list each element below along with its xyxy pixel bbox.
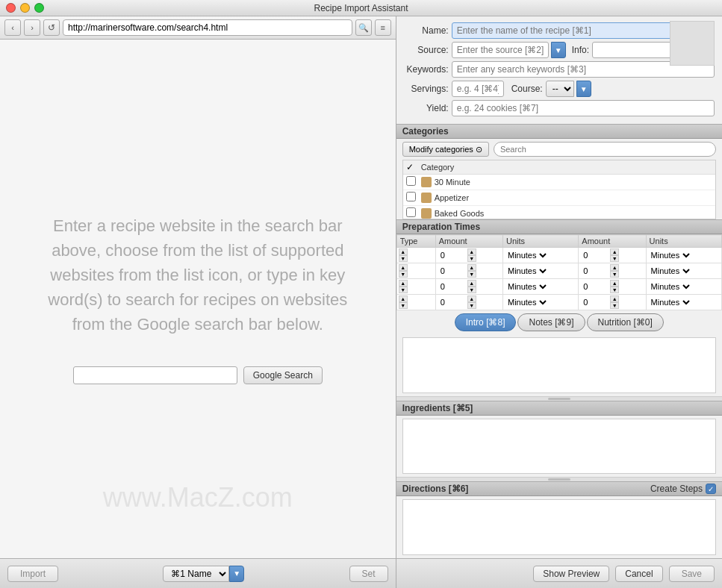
scroll-dot (548, 398, 570, 400)
prep-col-amount1: Amount (435, 235, 502, 248)
category-name-30minute: 30 Minute (435, 178, 712, 187)
prep-amount1-stepper-1[interactable]: ▲ ▼ (467, 248, 476, 262)
prep-col-type: Type (396, 235, 435, 248)
prep-units2-select-3[interactable]: Minutes (648, 280, 692, 293)
browser-panel: ‹ › ↺ 🔍 ≡ Enter a recipe website in the … (0, 16, 396, 588)
save-button[interactable]: Save (669, 566, 715, 582)
google-search-input[interactable] (73, 366, 237, 384)
prep-amount2-2: ▲ ▼ (579, 263, 646, 279)
category-col-header: Category (421, 163, 712, 172)
category-name-baked-goods: Baked Goods (435, 209, 712, 218)
create-steps-checkbox[interactable]: ✓ (706, 484, 716, 494)
prep-times-table: Type Amount Units Amount Units ▲ ▼ (396, 234, 722, 310)
prep-amount1-input-3[interactable] (438, 280, 467, 293)
url-input[interactable] (63, 19, 352, 36)
list-button[interactable]: ≡ (375, 19, 391, 36)
source-input[interactable] (452, 42, 549, 58)
browser-search-button[interactable]: 🔍 (355, 19, 372, 36)
prep-type-stepper-2[interactable]: ▲ ▼ (399, 264, 408, 278)
course-select[interactable]: -- (546, 81, 574, 97)
recipe-header: Name: Source: ▼ Info: Keywords: Servings… (396, 16, 722, 124)
stepper-down[interactable]: ▼ (399, 255, 408, 262)
maximize-button[interactable] (34, 3, 44, 13)
course-dropdown-arrow[interactable]: ▼ (576, 81, 591, 97)
servings-input[interactable] (452, 81, 504, 97)
prep-units1-select-2[interactable]: Minutes (505, 264, 549, 278)
prep-units2-1: Minutes (646, 248, 721, 263)
stepper-up[interactable]: ▲ (399, 248, 408, 255)
prep-units1-select-1[interactable]: Minutes (505, 248, 549, 262)
prep-units2-select-4[interactable]: Minutes (648, 295, 692, 309)
prep-amount2-input-1[interactable] (580, 248, 610, 262)
prep-row-1: ▲ ▼ ▲ ▼ (396, 248, 721, 263)
category-check-baked-goods[interactable] (406, 207, 416, 217)
watermark: www.MacZ.com (103, 482, 293, 513)
tab-intro[interactable]: Intro [⌘8] (455, 313, 517, 331)
source-row: Source: ▼ Info: (404, 42, 715, 58)
name-dropdown-arrow[interactable]: ▼ (229, 566, 244, 582)
info-label: Info: (572, 45, 589, 55)
prep-amount1-input-4[interactable] (438, 295, 467, 309)
back-button[interactable]: ‹ (4, 19, 21, 36)
window-title: Recipe Import Assistant (314, 3, 408, 13)
prep-units2-select-2[interactable]: Minutes (648, 264, 692, 278)
prep-type-stepper-1[interactable]: ▲ ▼ (399, 248, 408, 262)
google-search-row: Google Search (73, 366, 323, 384)
title-bar: Recipe Import Assistant (0, 0, 722, 16)
google-search-button[interactable]: Google Search (243, 366, 323, 384)
directions-header-row: Directions [⌘6] Create Steps ✓ (396, 481, 722, 496)
prep-units1-select-4[interactable]: Minutes (505, 295, 549, 309)
prep-type-stepper-4[interactable]: ▲▼ (399, 295, 408, 309)
keywords-label: Keywords: (404, 64, 449, 75)
servings-row: Servings: Course: -- ▼ (404, 81, 715, 97)
prep-units2-select-1[interactable]: Minutes (648, 248, 692, 262)
name-select[interactable]: ⌘1 Name (163, 566, 229, 582)
prep-amount2-input-2[interactable] (580, 264, 610, 278)
categories-search-input[interactable] (494, 142, 716, 157)
tabs-row: Intro [⌘8] Notes [⌘9] Nutrition [⌘0] (396, 310, 722, 334)
tab-notes[interactable]: Notes [⌘9] (517, 313, 585, 331)
intro-textarea[interactable] (402, 337, 716, 393)
close-button[interactable] (6, 3, 16, 13)
prep-amount1-input-2[interactable] (438, 264, 467, 278)
cancel-button[interactable]: Cancel (615, 566, 662, 582)
category-check-30minute[interactable] (406, 176, 416, 186)
category-row-appetizer: Appetizer (403, 190, 715, 206)
create-steps-label: Create Steps (650, 484, 703, 494)
name-label: Name: (404, 25, 449, 36)
set-button[interactable]: Set (349, 566, 388, 582)
prep-amount2-stepper-2[interactable]: ▲ ▼ (610, 264, 619, 278)
prep-amount2-1: ▲ ▼ (579, 248, 646, 263)
category-check-appetizer[interactable] (406, 192, 416, 201)
modify-categories-button[interactable]: Modify categories ⊙ (402, 142, 489, 157)
prep-type-stepper-3[interactable]: ▲▼ (399, 280, 408, 293)
name-dropdown: ⌘1 Name ▼ (163, 566, 244, 582)
prep-amount1-1: ▲ ▼ (435, 248, 502, 263)
prep-amount2-stepper-1[interactable]: ▲ ▼ (610, 248, 619, 262)
photo-placeholder (670, 21, 715, 66)
prep-units1-select-3[interactable]: Minutes (505, 280, 549, 293)
yield-row: Yield: (404, 100, 715, 116)
reload-button[interactable]: ↺ (43, 19, 60, 36)
prep-amount1-input-1[interactable] (438, 248, 467, 262)
category-icon-30minute (421, 177, 432, 187)
directions-textarea[interactable] (402, 499, 716, 555)
tab-nutrition[interactable]: Nutrition [⌘0] (587, 313, 664, 331)
prep-amount2-input-3[interactable] (580, 280, 610, 293)
forward-button[interactable]: › (24, 19, 40, 36)
prep-type-1: ▲ ▼ (396, 248, 435, 263)
yield-input[interactable] (452, 100, 715, 116)
show-preview-button[interactable]: Show Preview (533, 566, 609, 582)
prep-amount2-input-4[interactable] (580, 295, 610, 309)
minimize-button[interactable] (20, 3, 30, 13)
import-button[interactable]: Import (7, 566, 58, 582)
ingredients-textarea[interactable] (402, 419, 716, 475)
prep-row-2: ▲ ▼ ▲ ▼ Mi (396, 263, 721, 279)
source-dropdown-arrow[interactable]: ▼ (551, 42, 566, 58)
category-icon-appetizer (421, 193, 432, 203)
prep-amount1-stepper-2[interactable]: ▲ ▼ (467, 264, 476, 278)
category-name-appetizer: Appetizer (435, 193, 712, 202)
prep-row-3: ▲▼ ▲▼ Minutes ▲▼ Minutes (396, 279, 721, 295)
check-col-header: ✓ (406, 162, 421, 172)
yield-label: Yield: (404, 103, 449, 113)
